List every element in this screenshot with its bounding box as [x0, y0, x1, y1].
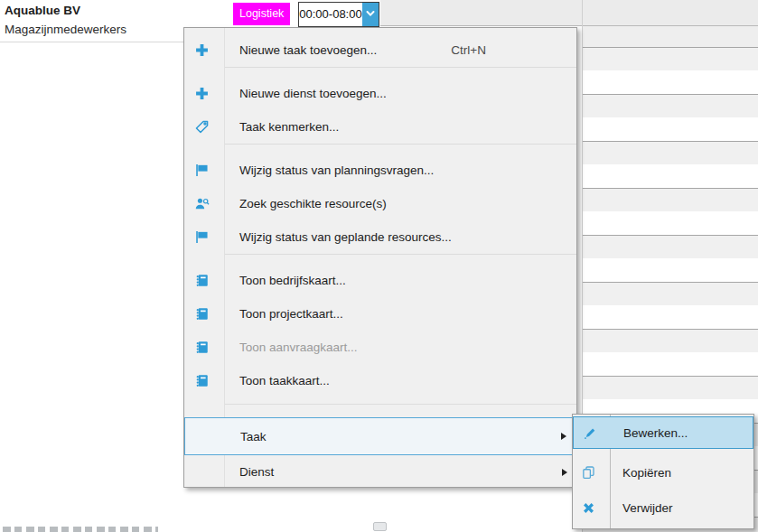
plus-icon	[193, 86, 210, 102]
company-name: Aquablue BV	[5, 4, 80, 17]
menu-item-zoek-geschikte-resources[interactable]: Zoek geschikte resource(s)	[184, 187, 576, 220]
menu-item-nieuwe-dienst[interactable]: Nieuwe dienst toevoegen...	[184, 77, 576, 110]
context-menu: Nieuwe taak toevoegen... Ctrl+N Nieuwe d…	[183, 27, 577, 488]
menu-item-wijzig-status-geplande-resources[interactable]: Wijzig status van geplande resources...	[184, 220, 576, 254]
menu-separator	[184, 67, 576, 77]
menu-separator	[184, 144, 576, 154]
menu-separator	[184, 254, 576, 264]
book-icon	[193, 273, 210, 289]
header-band	[380, 0, 758, 26]
flag-icon	[193, 163, 210, 179]
menu-item-wijzig-status-planningsvragen[interactable]: Wijzig status van planningsvragen...	[184, 154, 576, 187]
pencil-icon	[581, 425, 597, 441]
menu-item-toon-taakkaart[interactable]: Toon taakkaart...	[184, 364, 576, 397]
planning-app-screen: Aquablue BV Magazijnmedewerkers Logistie…	[0, 0, 758, 532]
menu-item-taak-kenmerken[interactable]: Taak kenmerken...	[184, 110, 576, 144]
clipped-text-fragment	[3, 527, 158, 532]
menu-item-taak[interactable]: Taak	[184, 417, 576, 455]
time-range-value: 00:00-08:00	[299, 3, 362, 26]
person-search-icon	[193, 196, 210, 212]
taak-submenu: Bewerken... Kopiëren Verwijder	[572, 414, 754, 529]
flag-icon	[193, 229, 210, 246]
submenu-arrow-icon	[561, 433, 566, 440]
submenu-arrow-icon	[562, 469, 567, 476]
shortcut-label: Ctrl+N	[451, 43, 576, 57]
x-icon	[580, 499, 596, 516]
clipped-element	[373, 522, 387, 531]
tag-icon	[193, 119, 210, 135]
book-icon	[193, 306, 210, 322]
submenu-item-kopieren[interactable]: Kopiëren	[573, 456, 753, 490]
book-icon	[193, 340, 210, 356]
schedule-subheader-row	[583, 26, 758, 47]
book-icon	[193, 373, 210, 389]
submenu-item-verwijder[interactable]: Verwijder	[573, 490, 753, 526]
category-badge: Logistiek	[233, 3, 290, 25]
menu-item-nieuwe-taak[interactable]: Nieuwe taak toevoegen... Ctrl+N	[184, 33, 576, 67]
submenu-item-bewerken[interactable]: Bewerken...	[573, 416, 753, 449]
divider	[0, 42, 183, 42]
plus-icon	[193, 42, 210, 59]
menu-item-toon-bedrijfskaart[interactable]: Toon bedrijfskaart...	[184, 264, 576, 297]
dropdown-button[interactable]	[362, 3, 379, 26]
menu-item-toon-projectkaart[interactable]: Toon projectkaart...	[184, 297, 576, 331]
submenu-separator	[573, 449, 753, 456]
menu-separator	[184, 404, 576, 417]
menu-item-toon-aanvraagkaart: Toon aanvraagkaart...	[184, 331, 576, 364]
time-range-combobox[interactable]: 00:00-08:00	[298, 2, 379, 27]
menu-item-dienst[interactable]: Dienst	[184, 455, 576, 489]
chevron-down-icon	[365, 6, 376, 23]
copy-icon	[580, 465, 596, 481]
team-name: Magazijnmedewerkers	[5, 23, 126, 36]
